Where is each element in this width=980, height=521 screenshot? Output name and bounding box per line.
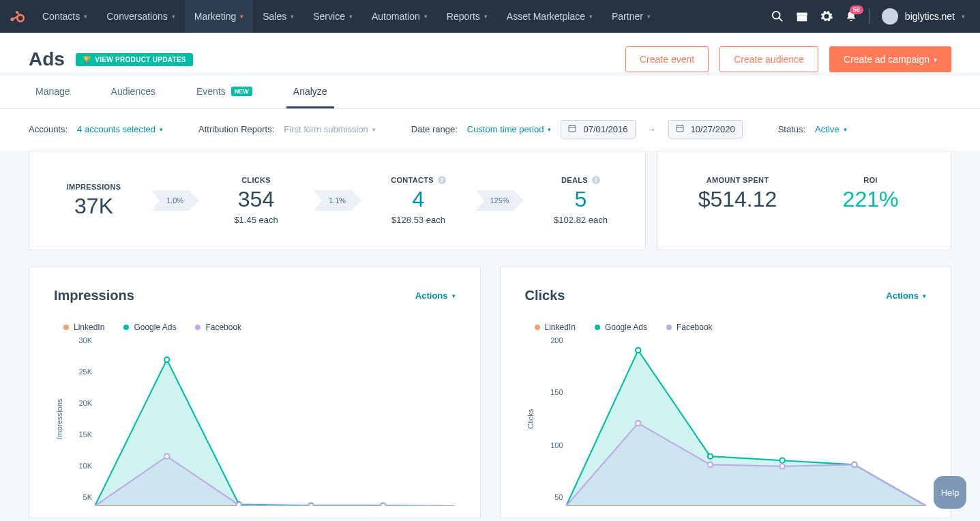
metric-value: $514.12 (694, 187, 782, 212)
legend-dot-icon (595, 325, 600, 330)
tab-events[interactable]: EventsNEW (190, 76, 259, 108)
product-updates-badge[interactable]: 🏆 VIEW PRODUCT UPDATES (76, 53, 193, 66)
accounts-label: Accounts: (29, 124, 68, 134)
y-tick: 10K (65, 462, 92, 470)
accounts-dropdown[interactable]: 4 accounts selected▾ (77, 124, 163, 134)
y-tick: 5K (65, 493, 92, 501)
chevron-down-icon: ▾ (484, 13, 488, 20)
info-icon[interactable]: i (592, 176, 600, 184)
svg-point-29 (381, 503, 385, 506)
date-to-input[interactable]: 10/27/2020 (668, 120, 743, 138)
daterange-dropdown[interactable]: Custom time period▾ (467, 124, 552, 134)
chart-svg (95, 340, 455, 506)
attribution-dropdown[interactable]: First form submission▾ (284, 124, 376, 134)
chevron-down-icon: ▾ (160, 126, 163, 133)
funnel-arrow: 1.1% (314, 190, 361, 211)
metric-value[interactable]: 5 (537, 187, 625, 212)
chevron-down-icon: ▾ (962, 13, 965, 20)
status-dropdown[interactable]: Active▾ (815, 124, 846, 134)
divider (869, 8, 870, 25)
chevron-down-icon: ▾ (240, 13, 243, 20)
new-badge: NEW (231, 87, 252, 96)
svg-point-27 (237, 503, 241, 506)
chart-actions-dropdown[interactable]: Actions▾ (886, 291, 926, 301)
help-button[interactable]: Help (934, 476, 966, 509)
metric-value: 354 (212, 187, 301, 212)
legend-dot-icon (666, 325, 672, 330)
nav-reports[interactable]: Reports▾ (437, 0, 497, 33)
tab-analyze[interactable]: Analyze (286, 76, 334, 108)
hubspot-logo[interactable] (0, 0, 33, 33)
nav-contacts[interactable]: Contacts▾ (33, 0, 97, 33)
trophy-icon: 🏆 (83, 56, 91, 63)
chart-title: Clicks (525, 288, 565, 303)
metric-label: DEALSi (537, 176, 625, 184)
chart-svg (566, 340, 926, 506)
marketplace-icon[interactable] (790, 0, 814, 33)
nav-marketing[interactable]: Marketing▾ (185, 0, 253, 33)
nav-partner[interactable]: Partner▾ (602, 0, 660, 33)
create-audience-button[interactable]: Create audience (719, 46, 818, 72)
chart-area: 200 150 100 50 (536, 340, 927, 497)
y-axis-label: Clicks (525, 340, 536, 497)
metric-label: IMPRESSIONS (50, 183, 138, 191)
funnel-card: IMPRESSIONS 37K 1.0% CLICKS 354 $1.45 ea… (29, 151, 646, 250)
metric-label: CONTACTSi (374, 176, 463, 184)
tab-manage[interactable]: Manage (29, 76, 77, 108)
y-tick: 20K (65, 399, 92, 407)
legend-google-ads[interactable]: Google Ads (595, 323, 647, 332)
nav-automation[interactable]: Automation▾ (362, 0, 437, 33)
nav-conversations[interactable]: Conversations▾ (97, 0, 185, 33)
date-from-input[interactable]: 07/01/2016 (561, 120, 635, 138)
date-to-value: 10/27/2020 (691, 124, 735, 134)
info-icon[interactable]: i (438, 176, 446, 184)
nav-asset-marketplace[interactable]: Asset Marketplace▾ (497, 0, 602, 33)
svg-point-37 (635, 421, 640, 426)
svg-point-38 (707, 462, 712, 467)
calendar-icon (676, 124, 684, 134)
legend-facebook[interactable]: Facebook (195, 323, 241, 332)
create-ad-campaign-button[interactable]: Create ad campaign▾ (829, 46, 951, 72)
svg-line-6 (779, 18, 783, 22)
legend-facebook[interactable]: Facebook (666, 323, 713, 332)
chart-actions-dropdown[interactable]: Actions▾ (415, 291, 456, 301)
svg-point-33 (707, 453, 712, 458)
impressions-chart-card: Impressions Actions▾ LinkedIn Google Ads… (29, 267, 481, 518)
page-title: Ads (29, 48, 65, 70)
search-icon[interactable] (765, 0, 790, 33)
product-updates-label: VIEW PRODUCT UPDATES (95, 56, 186, 63)
legend-google-ads[interactable]: Google Ads (123, 323, 176, 332)
settings-gear-icon[interactable] (814, 0, 839, 33)
account-name: biglytics.net (905, 11, 955, 22)
legend-linkedin[interactable]: LinkedIn (535, 323, 576, 332)
chevron-down-icon: ▾ (84, 13, 87, 20)
nav-sales[interactable]: Sales▾ (253, 0, 303, 33)
filter-bar: Accounts: 4 accounts selected▾ Attributi… (0, 109, 980, 151)
funnel-arrow: 125% (476, 190, 524, 211)
y-tick: 30K (65, 336, 92, 344)
legend-dot-icon (123, 325, 129, 330)
create-event-button[interactable]: Create event (625, 46, 709, 72)
svg-point-2 (17, 15, 24, 22)
account-menu[interactable]: biglytics.net ▾ (875, 8, 972, 25)
funnel-pct: 1.1% (329, 196, 346, 205)
metric-value[interactable]: 4 (374, 187, 463, 212)
chevron-down-icon: ▾ (372, 126, 376, 133)
tab-audiences[interactable]: Audiences (104, 76, 162, 108)
y-tick: 150 (536, 388, 563, 396)
metric-label: ROI (827, 176, 915, 184)
metric-value: 221% (827, 187, 915, 212)
daterange-label: Date range: (411, 124, 458, 134)
chevron-down-icon: ▾ (349, 13, 353, 20)
notification-bell-icon[interactable]: 58 (839, 0, 863, 33)
nav-service[interactable]: Service▾ (303, 0, 362, 33)
legend-linkedin[interactable]: LinkedIn (63, 323, 104, 332)
chart-title: Impressions (54, 288, 134, 303)
clicks-chart-card: Clicks Actions▾ LinkedIn Google Ads Face… (500, 267, 952, 518)
y-tick: 200 (536, 336, 563, 344)
chart-legend: LinkedIn Google Ads Facebook (525, 323, 927, 332)
y-tick: 15K (65, 430, 92, 438)
metric-impressions: IMPRESSIONS 37K (50, 183, 138, 219)
chevron-down-icon: ▾ (424, 13, 428, 20)
metric-clicks: CLICKS 354 $1.45 each (212, 176, 301, 225)
